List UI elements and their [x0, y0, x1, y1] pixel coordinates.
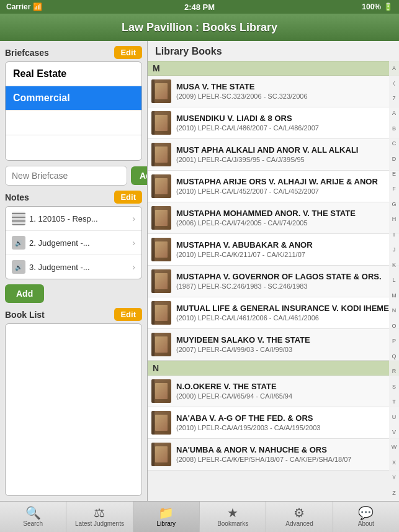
new-briefcase-input[interactable] — [5, 166, 127, 186]
book-thumb-5 — [151, 206, 171, 230]
alpha-d[interactable]: D — [392, 156, 397, 162]
book-thumb-8 — [151, 301, 171, 325]
book-entry-2[interactable]: MUSENDIKU V. LIADI & 8 ORS (2010) LPELR-… — [148, 107, 399, 139]
alpha-q[interactable]: Q — [392, 354, 396, 359]
alpha-s[interactable]: S — [392, 384, 396, 390]
book-entry-1[interactable]: MUSA V. THE STATE (2009) LPELR-SC.323/20… — [148, 76, 399, 107]
alpha-v[interactable]: V — [392, 430, 396, 435]
book-thumb-10 — [151, 379, 171, 403]
book-thumb-2 — [151, 111, 171, 135]
book-citation-8: (2010) LPELR-CA/L/461/2006 - CA/L/461/20… — [176, 314, 394, 322]
book-entry-5[interactable]: MUSTAPHA MOHAMMED ANOR. V. THE STATE (20… — [148, 202, 399, 234]
notes-section: Notes Edit 1. 120105 - Resp... › 🔊 2. Ju… — [5, 191, 142, 279]
alpha-c[interactable]: C — [392, 141, 397, 147]
status-bar-left: Carrier 📶 — [6, 2, 42, 11]
library-icon: 📁 — [158, 507, 174, 519]
right-panel: Library Books M MUSA V. THE STATE (2009)… — [148, 41, 399, 501]
briefcase-item-commercial[interactable]: Commercial — [6, 86, 141, 110]
alpha-m[interactable]: M — [392, 293, 397, 299]
briefcases-header: Briefcases Edit — [5, 46, 142, 59]
alpha-w[interactable]: W — [392, 444, 397, 450]
note-text-1: 1. 120105 - Resp... — [29, 214, 128, 223]
alpha-z[interactable]: Z — [392, 490, 396, 496]
tab-bookmarks[interactable]: ★ Bookmarks — [200, 502, 266, 532]
tab-about[interactable]: 💬 About — [333, 502, 399, 532]
tab-about-label: About — [358, 520, 374, 527]
book-citation-7: (1987) LPELR-SC.246/1983 - SC.246/1983 — [176, 282, 394, 291]
book-title-10: N.O.OKERE V. THE STATE — [176, 382, 394, 392]
book-entry-11[interactable]: NA'ABA V. A-G OF THE FED. & ORS (2010) L… — [148, 407, 399, 439]
book-thumb-4 — [151, 174, 171, 198]
alpha-f[interactable]: F — [392, 186, 396, 192]
note-item-1[interactable]: 1. 120105 - Resp... › — [6, 207, 141, 231]
alpha-x[interactable]: X — [392, 460, 396, 466]
book-entry-3[interactable]: MUST APHA ALKALI AND ANOR V. ALL ALKALI … — [148, 139, 399, 171]
status-bar: Carrier 📶 2:48 PM 100% 🔋 — [0, 0, 399, 14]
alpha-u[interactable]: U — [392, 415, 397, 420]
left-panel: Briefcases Edit Real Estate Commercial A… — [0, 41, 148, 501]
book-list-title: Book List — [5, 310, 45, 320]
main-content: Briefcases Edit Real Estate Commercial A… — [0, 41, 399, 501]
add-briefcase-button[interactable]: Add — [131, 166, 148, 185]
alpha-7b[interactable]: 7 — [392, 96, 395, 101]
alpha-l[interactable]: L — [392, 277, 395, 283]
book-entry-7[interactable]: MUSTAPHA V. GOVERNOR OF LAGOS STATE & OR… — [148, 266, 399, 297]
book-citation-11: (2010) LPELR-CA/A/195/2003 - CA/A/195/20… — [176, 424, 394, 432]
note-item-2[interactable]: 🔊 2. Judgement -... › — [6, 231, 141, 255]
section-letter-m: M — [148, 61, 399, 76]
alpha-b[interactable]: B — [392, 126, 396, 132]
book-citation-5: (2006) LPELR-CA/I/74/2005 - CA/I/74/2005 — [176, 219, 394, 227]
alpha-h[interactable]: H — [392, 217, 397, 222]
notes-edit-button[interactable]: Edit — [114, 191, 142, 204]
notes-header: Notes Edit — [5, 191, 142, 204]
notes-title: Notes — [5, 192, 29, 202]
book-entry-6[interactable]: MUSTAPHA V. ABUBAKAR & ANOR (2010) LPELR… — [148, 234, 399, 266]
tab-bookmarks-label: Bookmarks — [217, 520, 248, 527]
book-thumb-11 — [151, 411, 171, 435]
book-info-4: MUSTAPHA ARIJE ORS V. ALHAJI W. ARIJE & … — [176, 177, 394, 196]
book-title-2: MUSENDIKU V. LIADI & 8 ORS — [176, 114, 394, 124]
book-info-5: MUSTAPHA MOHAMMED ANOR. V. THE STATE (20… — [176, 209, 394, 228]
alpha-y[interactable]: Y — [392, 475, 396, 480]
book-entry-10[interactable]: N.O.OKERE V. THE STATE (2000) LPELR-CA/I… — [148, 376, 399, 407]
note-item-3[interactable]: 🔊 3. Judgement -... › — [6, 255, 141, 279]
book-entry-4[interactable]: MUSTAPHA ARIJE ORS V. ALHAJI W. ARIJE & … — [148, 171, 399, 202]
book-entry-12[interactable]: NA'UMBA & ANOR V. NAHUCHE & ORS (2008) L… — [148, 439, 399, 471]
alpha-a[interactable]: A — [392, 66, 396, 71]
alpha-a2[interactable]: A — [392, 110, 396, 116]
note-text-3: 3. Judgement -... — [29, 263, 128, 272]
tab-judgments[interactable]: ⚖ Latest Judgments — [66, 502, 133, 532]
briefcases-title: Briefcases — [5, 48, 49, 58]
briefcase-item-empty-1 — [6, 110, 141, 135]
alpha-i[interactable]: I — [393, 232, 395, 238]
add-note-button[interactable]: Add — [5, 284, 44, 303]
alpha-p[interactable]: P — [392, 338, 396, 344]
briefcase-item-real-estate[interactable]: Real Estate — [6, 62, 141, 86]
book-entry-9[interactable]: MUYIDEEN SALAKO V. THE STATE (2007) LPEL… — [148, 329, 399, 361]
book-list-edit-button[interactable]: Edit — [114, 308, 142, 321]
alpha-7[interactable]: ( — [393, 81, 395, 86]
book-list-header: Book List Edit — [5, 308, 142, 321]
status-time: 2:48 PM — [184, 2, 215, 12]
book-title-9: MUYIDEEN SALAKO V. THE STATE — [176, 335, 394, 345]
bookmarks-icon: ★ — [227, 507, 238, 519]
alpha-o[interactable]: O — [392, 323, 396, 329]
alpha-t[interactable]: T — [392, 399, 396, 405]
book-citation-6: (2010) LPELR-CA/K/211/07 - CA/K/211/07 — [176, 251, 394, 259]
book-entry-8[interactable]: MUTUAL LIFE & GENERAL INSURANCE V. KODI … — [148, 297, 399, 329]
new-briefcase-row: Add — [5, 166, 142, 186]
alpha-g[interactable]: G — [392, 202, 396, 207]
alpha-n[interactable]: N — [392, 308, 397, 313]
tab-search[interactable]: 🔍 Search — [0, 502, 66, 532]
book-title-7: MUSTAPHA V. GOVERNOR OF LAGOS STATE & OR… — [176, 272, 394, 282]
alpha-e[interactable]: E — [392, 171, 396, 177]
tab-library[interactable]: 📁 Library — [133, 502, 200, 532]
alpha-j[interactable]: J — [393, 247, 396, 253]
alpha-r[interactable]: R — [392, 369, 397, 374]
tab-advanced[interactable]: ⚙ Advanced — [266, 502, 333, 532]
alpha-k[interactable]: K — [392, 263, 396, 268]
book-info-1: MUSA V. THE STATE (2009) LPELR-SC.323/20… — [176, 82, 394, 101]
books-list[interactable]: M MUSA V. THE STATE (2009) LPELR-SC.323/… — [148, 61, 399, 501]
book-thumb-3 — [151, 143, 171, 166]
briefcases-edit-button[interactable]: Edit — [114, 46, 142, 59]
